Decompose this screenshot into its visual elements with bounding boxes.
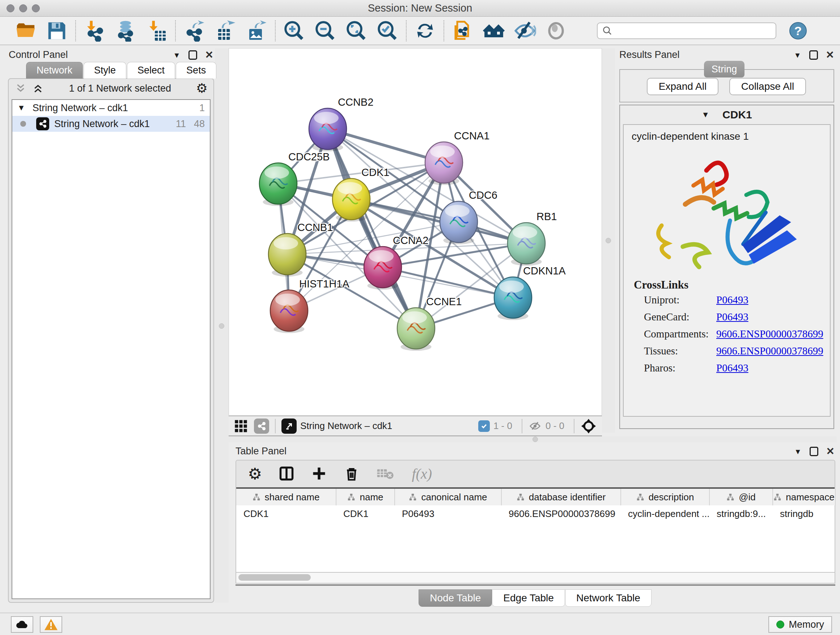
export-network-button[interactable]	[179, 19, 210, 42]
export-image-button[interactable]	[241, 19, 272, 42]
apply-layout-button[interactable]	[409, 19, 441, 42]
horizontal-splitter[interactable]	[229, 436, 837, 442]
table-cell[interactable]: cyclin-dependent ...	[621, 505, 709, 522]
network-node-CDKN1A[interactable]: CDKN1A	[494, 265, 566, 320]
control-panel-close-icon[interactable]: ✕	[205, 49, 213, 61]
delete-column-icon[interactable]	[344, 466, 360, 481]
tab-select[interactable]: Select	[127, 62, 175, 79]
table-panel-close-icon[interactable]: ✕	[826, 445, 835, 457]
network-graph[interactable]: CCNB2CCNA1CDC25BCDK1CDC6RB1CCNB1CCNA2CDK…	[229, 49, 602, 415]
open-session-button[interactable]	[10, 19, 41, 42]
import-database-button[interactable]	[110, 19, 141, 42]
crosslink-link[interactable]: P06493	[716, 294, 748, 306]
table-cell[interactable]: CDK1	[336, 505, 395, 522]
crosslink-link[interactable]: 9606.ENSP00000378699	[716, 328, 823, 340]
zoom-in-button[interactable]	[279, 19, 309, 42]
column-header-canonical-name[interactable]: canonical name	[395, 489, 501, 505]
crosslink-link[interactable]: P06493	[716, 362, 748, 374]
splitter-handle[interactable]	[606, 238, 611, 243]
help-button[interactable]: ?	[789, 22, 807, 40]
network-view[interactable]: CCNB2CCNA1CDC25BCDK1CDC6RB1CCNB1CCNA2CDK…	[229, 48, 602, 416]
hide-annotations-button[interactable]	[509, 19, 540, 42]
control-panel-collapse-icon[interactable]: ▾	[174, 50, 179, 60]
tab-node-table[interactable]: Node Table	[418, 589, 492, 607]
table-panel-collapse-icon[interactable]: ▾	[796, 447, 800, 456]
results-panel-float-icon[interactable]	[809, 50, 818, 60]
tab-string[interactable]: String	[704, 61, 745, 78]
selected-checkbox-icon[interactable]	[478, 420, 490, 432]
column-header-description[interactable]: description	[621, 489, 709, 505]
right-splitter[interactable]	[602, 48, 615, 432]
save-session-button[interactable]	[41, 19, 73, 42]
tree-expander-icon[interactable]: ▼	[17, 103, 25, 112]
table-cell[interactable]: stringdb	[773, 505, 835, 522]
collapse-all-button[interactable]: Collapse All	[729, 78, 806, 95]
network-row[interactable]: String Network – cdk1 11 48	[12, 116, 210, 132]
network-node-CDC6[interactable]: CDC6	[440, 189, 497, 244]
network-options-gear-icon[interactable]: ⚙	[196, 81, 208, 96]
table-options-gear-icon[interactable]: ⚙	[248, 464, 262, 483]
zoom-out-button[interactable]	[309, 19, 341, 42]
collapse-all-icon[interactable]	[14, 83, 27, 94]
left-splitter[interactable]	[215, 48, 229, 603]
expand-all-button[interactable]: Expand All	[647, 78, 718, 95]
network-node-RB1[interactable]: RB1	[508, 211, 557, 266]
network-node-CCNA1[interactable]: CCNA1	[425, 130, 489, 185]
tab-network-table[interactable]: Network Table	[565, 589, 652, 607]
splitter-handle[interactable]	[532, 437, 538, 442]
tab-style[interactable]: Style	[84, 62, 126, 79]
node-label: RB1	[537, 211, 557, 222]
zoom-selected-button[interactable]	[372, 19, 403, 42]
network-share-view-icon[interactable]	[254, 418, 269, 434]
zoom-fit-button[interactable]	[341, 19, 372, 42]
table-cell[interactable]: stringdb:9...	[709, 505, 773, 522]
import-network-button[interactable]	[79, 19, 110, 42]
column-header-database-identifier[interactable]: database identifier	[501, 489, 621, 505]
detach-view-icon[interactable]	[281, 418, 297, 434]
network-node-CCNE1[interactable]: CCNE1	[397, 296, 462, 351]
column-header-@id[interactable]: @id	[709, 489, 773, 505]
memory-button[interactable]: Memory	[768, 616, 832, 633]
import-table-button[interactable]	[141, 19, 172, 42]
tab-network[interactable]: Network	[26, 62, 83, 79]
expand-all-icon[interactable]	[32, 83, 44, 94]
crosslink-link[interactable]: 9606.ENSP00000378699	[716, 345, 823, 357]
show-columns-icon[interactable]	[279, 466, 294, 481]
control-panel-float-icon[interactable]	[188, 50, 197, 60]
show-all-networks-button[interactable]	[478, 19, 509, 42]
show-hide-graphics-button[interactable]	[540, 19, 572, 42]
hidden-eye-icon[interactable]	[528, 420, 542, 432]
results-panel-close-icon[interactable]: ✕	[826, 49, 834, 61]
create-column-icon[interactable]	[311, 466, 327, 481]
clone-network-button[interactable]	[447, 19, 478, 42]
table-panel-float-icon[interactable]	[810, 447, 818, 456]
toolbar-search[interactable]	[597, 22, 776, 39]
scrollbar-thumb[interactable]	[238, 574, 311, 581]
network-status-dot	[20, 121, 26, 127]
export-table-button[interactable]	[210, 19, 241, 42]
table-cell[interactable]: CDK1	[236, 505, 336, 522]
results-panel-collapse-icon[interactable]: ▾	[795, 50, 799, 60]
table-cell[interactable]: 9606.ENSP00000378699	[501, 505, 621, 522]
network-node-CCNB2[interactable]: CCNB2	[309, 96, 373, 151]
column-header-name[interactable]: name	[336, 489, 395, 505]
tab-sets[interactable]: Sets	[176, 62, 216, 79]
column-header-shared-name[interactable]: shared name	[236, 489, 336, 505]
network-node-CDK1[interactable]: CDK1	[332, 166, 389, 222]
birds-eye-toggle-icon[interactable]	[580, 418, 597, 434]
table-cell[interactable]: P06493	[395, 505, 501, 522]
gene-name: CDK1	[722, 109, 752, 121]
search-input[interactable]	[616, 25, 771, 36]
grid-view-icon[interactable]	[234, 419, 248, 433]
warning-status-button[interactable]	[40, 616, 62, 633]
tab-edge-table[interactable]: Edge Table	[492, 589, 565, 607]
splitter-handle[interactable]	[219, 323, 224, 329]
network-collection-row[interactable]: ▼ String Network – cdk1 1	[12, 100, 210, 116]
table-hscrollbar[interactable]	[235, 573, 835, 584]
column-header-namespace[interactable]: namespace	[773, 489, 835, 505]
cloud-status-button[interactable]	[11, 616, 33, 633]
table-row[interactable]: CDK1CDK1P064939606.ENSP00000378699cyclin…	[236, 505, 835, 522]
network-node-HIST1H1A[interactable]: HIST1H1A	[270, 278, 349, 333]
crosslink-link[interactable]: P06493	[716, 311, 748, 323]
section-expander-icon[interactable]: ▼	[701, 110, 709, 119]
